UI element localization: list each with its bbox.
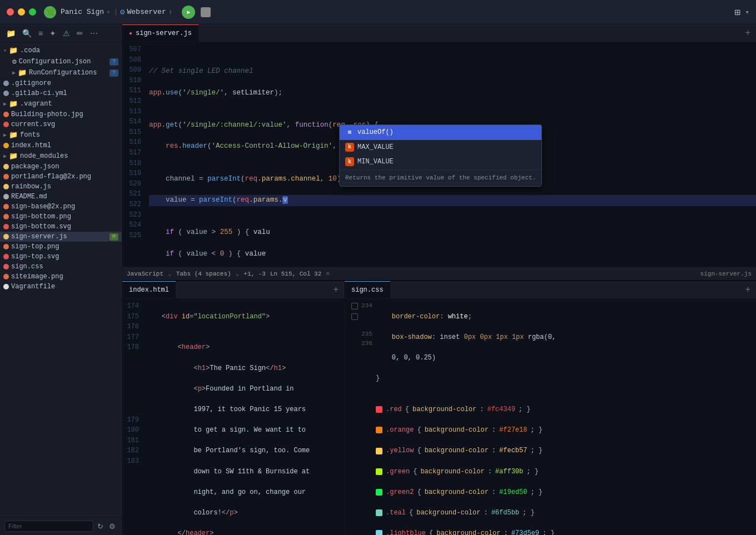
layout-grid-icon[interactable]: ⊞ bbox=[734, 6, 740, 18]
filter-input[interactable] bbox=[4, 521, 93, 532]
file-dot-icon bbox=[3, 224, 9, 229]
swatch-green[interactable] bbox=[376, 468, 382, 475]
tree-item-vagrantfile[interactable]: Vagrantfile bbox=[0, 282, 122, 292]
tree-item-vagrant-folder[interactable]: ▶ 📁 .vagrant bbox=[0, 98, 122, 109]
code-line: night, and go on, change our bbox=[146, 487, 344, 498]
tree-item-gitlabci[interactable]: .gitlab-ci.yml bbox=[0, 88, 122, 98]
file-dot-icon bbox=[3, 143, 9, 148]
main-layout: 📁 🔍 ≡ ✦ ⚠ ✏ ⋯ ▾ 📁 .coda ⚙ Configuration.… bbox=[0, 24, 756, 535]
tree-item-index-html[interactable]: index.html bbox=[0, 141, 122, 151]
file-tree: ▾ 📁 .coda ⚙ Configuration.json ? ▶ 📁 Run… bbox=[0, 43, 122, 517]
chevron-right-icon: ▶ bbox=[12, 69, 16, 76]
tree-item-configuration[interactable]: ⚙ Configuration.json ? bbox=[0, 56, 122, 67]
bottom-left-code[interactable]: 174175176177178179180181182183 <div id="… bbox=[122, 299, 344, 535]
swatch-lightblue[interactable] bbox=[376, 530, 382, 535]
tree-item-sign-server-js[interactable]: sign-server.js M bbox=[0, 232, 122, 242]
code-line: } bbox=[376, 373, 756, 384]
close-button[interactable] bbox=[7, 8, 14, 16]
tree-item-sign-bottom-png[interactable]: sign-bottom.png bbox=[0, 212, 122, 222]
code-line: .green2 { background-color: #19ed50; } bbox=[376, 487, 756, 498]
sidebar-star-icon[interactable]: ✦ bbox=[48, 28, 58, 39]
tree-item-rainbow-js[interactable]: rainbow.js bbox=[0, 182, 122, 192]
bottom-right-code-content[interactable]: border-color: white; box-shadow: inset 0… bbox=[372, 299, 756, 535]
tab-sign-css[interactable]: sign.css bbox=[345, 281, 390, 298]
titlebar: 🌿 Panic Sign ▾ | ⚙ Webserver ⬆ ▶ ⊞ ▾ bbox=[0, 0, 756, 24]
sidebar-warning-icon[interactable]: ⚠ bbox=[61, 28, 72, 39]
project-icon: ⚙ bbox=[120, 7, 125, 17]
css-check-2[interactable] bbox=[351, 313, 358, 320]
bottom-right-tab-add[interactable]: + bbox=[739, 281, 756, 298]
tree-item-gitignore[interactable]: .gitignore bbox=[0, 78, 122, 88]
titlebar-actions: ▶ bbox=[182, 6, 211, 19]
sidebar-search-icon[interactable]: 🔍 bbox=[21, 28, 33, 39]
sidebar-list-icon[interactable]: ≡ bbox=[37, 28, 44, 39]
tree-item-label: node_modules bbox=[20, 152, 68, 160]
swatch-green2[interactable] bbox=[376, 489, 382, 496]
tree-item-siteimage[interactable]: siteimage.png bbox=[0, 272, 122, 282]
top-editor-tab-bar: ● sign-server.js + bbox=[122, 24, 756, 42]
code-editor-main[interactable]: 5075085095105115125135145155165175185195… bbox=[122, 42, 756, 267]
titlebar-right: ⊞ ▾ bbox=[734, 6, 749, 18]
swatch-yellow[interactable] bbox=[376, 448, 382, 454]
titlebar-chevron-icon[interactable]: ▾ bbox=[745, 8, 749, 17]
bottom-left-tab-add[interactable]: + bbox=[327, 281, 344, 298]
file-dot-icon bbox=[3, 81, 9, 86]
autocomplete-popup[interactable]: m valueOf() k MAX_VALUE k MIN_VALUE Retu… bbox=[339, 124, 542, 187]
tree-item-fonts[interactable]: ▶ 📁 fonts bbox=[0, 129, 122, 141]
tree-item-label: .vagrant bbox=[20, 100, 52, 108]
swatch-teal[interactable] bbox=[376, 509, 382, 516]
project-dropdown-icon[interactable]: ⬆ bbox=[168, 8, 173, 17]
css-check-1[interactable] bbox=[351, 303, 358, 309]
tree-item-node-modules[interactable]: ▶ 📁 node_modules bbox=[0, 151, 122, 162]
tab-sign-server-js[interactable]: ● sign-server.js bbox=[122, 24, 199, 42]
badge: ? bbox=[110, 58, 118, 66]
tree-item-label: fonts bbox=[20, 131, 40, 139]
maximize-button[interactable] bbox=[29, 8, 36, 16]
bottom-left-code-content[interactable]: <div id="locationPortland"> <header> <h1… bbox=[142, 299, 344, 535]
tabs-info-label: Tabs (4 spaces) bbox=[176, 271, 231, 277]
folder-icon: 📁 bbox=[9, 131, 18, 139]
tree-item-label: package.json bbox=[11, 163, 59, 171]
bottom-right-editor: sign.css + bbox=[345, 281, 756, 535]
tree-item-label: Vagrantfile bbox=[11, 283, 55, 291]
tree-item-label: siteimage.png bbox=[11, 273, 63, 281]
swatch-orange[interactable] bbox=[376, 427, 382, 433]
tree-item-building-photo[interactable]: Building-photo.jpg bbox=[0, 109, 122, 119]
code-line: <p>Founded in Portland in bbox=[146, 384, 344, 394]
autocomplete-item-valueof[interactable]: m valueOf() bbox=[340, 125, 541, 140]
tree-item-readme[interactable]: README.md bbox=[0, 192, 122, 202]
chevron-right-icon: ▶ bbox=[3, 153, 7, 159]
sidebar-sync-icon[interactable]: ↻ bbox=[96, 521, 105, 532]
file-dot-icon bbox=[3, 264, 9, 269]
sidebar-pencil-icon[interactable]: ✏ bbox=[75, 28, 85, 39]
file-dot-icon bbox=[3, 284, 9, 289]
tab-index-html[interactable]: index.html bbox=[122, 281, 176, 298]
tree-item-sign-base[interactable]: sign-base@2x.png bbox=[0, 202, 122, 212]
bottom-right-code[interactable]: 234235236 border-color: white; box-shado… bbox=[345, 299, 756, 535]
tree-item-label: Building-photo.jpg bbox=[11, 111, 83, 118]
tab-add-button[interactable]: + bbox=[739, 24, 756, 42]
tree-item-current-svg[interactable]: current.svg bbox=[0, 119, 122, 129]
tree-item-runconfig[interactable]: ▶ 📁 RunConfigurations ? bbox=[0, 67, 122, 78]
code-line: colors!</p> bbox=[146, 508, 344, 518]
tree-item-sign-bottom-svg[interactable]: sign-bottom.svg bbox=[0, 222, 122, 232]
swatch-red[interactable] bbox=[376, 406, 382, 413]
sidebar-more-icon[interactable]: ⋯ bbox=[88, 28, 100, 39]
tree-item-portland-flag[interactable]: portland-flag@2x.png bbox=[0, 172, 122, 182]
line-numbers: 5075085095105115125135145155165175185195… bbox=[122, 42, 146, 267]
app-dropdown-icon[interactable]: ▾ bbox=[106, 8, 111, 17]
minimize-button[interactable] bbox=[18, 8, 25, 16]
tree-item-package-json[interactable]: package.json bbox=[0, 162, 122, 172]
stop-button[interactable] bbox=[201, 7, 211, 17]
tree-item-sign-top-png[interactable]: sign-top.png bbox=[0, 242, 122, 252]
server-label: sign-server.js bbox=[700, 271, 752, 277]
tree-item-sign-css[interactable]: sign.css bbox=[0, 262, 122, 272]
sidebar-settings-icon[interactable]: ⚙ bbox=[107, 521, 117, 532]
bottom-split: index.html + 174175176177178179180181182… bbox=[122, 280, 756, 535]
autocomplete-item-minvalue[interactable]: k MIN_VALUE bbox=[340, 154, 541, 169]
sidebar-folder-icon[interactable]: 📁 bbox=[4, 28, 17, 39]
tree-item-coda[interactable]: ▾ 📁 .coda bbox=[0, 45, 122, 56]
autocomplete-item-maxvalue[interactable]: k MAX_VALUE bbox=[340, 140, 541, 155]
run-button[interactable]: ▶ bbox=[182, 6, 195, 19]
tree-item-sign-top-svg[interactable]: sign-top.svg bbox=[0, 252, 122, 262]
